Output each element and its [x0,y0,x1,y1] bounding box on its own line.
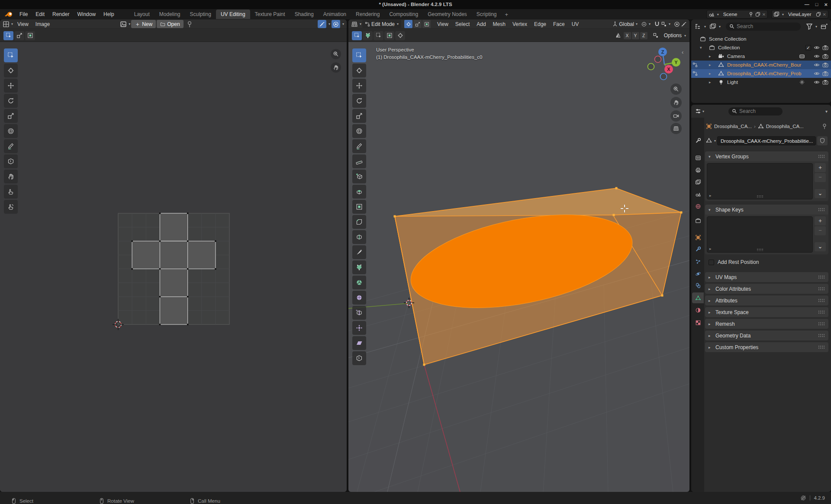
minimize-button[interactable]: — [805,0,809,9]
viewport-menu-vertex[interactable]: Vertex [509,19,531,29]
add-item-button[interactable]: ＋ [815,163,826,172]
tool-rip-region[interactable] [352,351,366,365]
tool-rotate[interactable] [352,94,366,108]
uv-select-mode-vertex[interactable] [3,31,13,40]
tool-tweak-select[interactable] [4,48,18,62]
expand-icon[interactable]: ▸ [709,287,713,291]
open-image-button[interactable]: Open [157,20,183,28]
hide-in-viewport-icon[interactable] [814,71,820,77]
outliner-row-camera[interactable]: ▸Camera [691,52,831,61]
expand-icon[interactable]: ▸ [709,80,711,84]
expand-icon[interactable]: ▸ [709,345,713,350]
properties-tab-modifiers[interactable] [692,244,704,254]
properties-tab-object[interactable] [692,232,704,243]
hide-in-viewport-icon[interactable] [814,45,820,51]
axis-neg-y[interactable] [648,64,654,70]
disable-in-render-icon[interactable] [822,53,828,59]
tool-measure[interactable] [352,154,366,168]
tool-move[interactable] [352,79,366,93]
workspace-tab-sculpting[interactable]: Sculpting [185,10,216,19]
panel-header-geometry-data[interactable]: ▸Geometry Data [705,331,828,340]
remove-item-button[interactable]: − [815,226,826,235]
tool-shear[interactable] [352,336,366,350]
drag-handle-icon[interactable] [818,310,825,314]
outliner-row-drosophila-caax-mcherry-prob[interactable]: ▸Drosophila_CAAX-mCherry_Prob [691,69,831,78]
mesh-name-field[interactable]: Drosophila_CAAX-mCherry_Probabilitie... [717,136,816,145]
expand-icon[interactable]: ▾ [709,208,713,212]
snap-options-icon[interactable] [653,32,659,39]
viewport-canvas[interactable]: User Perspective (1) Drosophila_CAAX-mCh… [348,42,689,492]
workspace-tab-rendering[interactable]: Rendering [351,10,384,19]
navigation-gizmo[interactable]: Z Y X [646,47,683,83]
drag-handle-icon[interactable] [818,345,825,349]
tool-scale[interactable] [352,109,366,123]
breadcrumb-object[interactable]: Drosophila_CA... [714,124,752,129]
properties-tab-collection[interactable] [692,215,704,226]
uv-pan-icon[interactable] [331,62,341,73]
add-item-button[interactable]: ＋ [815,216,826,225]
uv-canvas[interactable] [0,42,347,492]
workspace-tab-texture-paint[interactable]: Texture Paint [250,10,290,19]
properties-tab-render[interactable] [692,152,704,163]
editor-type-icon[interactable] [695,108,702,115]
close-button[interactable]: × [824,0,828,9]
tool-extrude-region[interactable] [352,185,366,199]
remove-view-layer-icon[interactable]: ✕ [823,12,826,17]
expand-icon[interactable]: ▾ [709,154,713,159]
properties-tab-data[interactable] [692,292,704,303]
uv-select-mode-face[interactable] [25,31,35,40]
menu-render[interactable]: Render [48,9,73,19]
tool-loop-cut[interactable] [352,230,366,244]
disable-in-render-icon[interactable] [822,79,828,85]
global-select-mode-3[interactable] [374,31,383,40]
new-view-layer-icon[interactable] [816,12,821,17]
properties-tab-tool[interactable] [692,135,704,146]
drag-handle-icon[interactable] [818,154,825,158]
properties-search[interactable]: Search [728,107,783,116]
viewport-menu-face[interactable]: Face [550,19,568,29]
select-mode-face-button[interactable] [422,20,431,28]
tool-relax[interactable] [4,185,18,199]
disable-in-render-icon[interactable] [822,45,828,51]
viewport-menu-add[interactable]: Add [473,19,489,29]
uv-menu-image[interactable]: Image [32,19,53,29]
camera-view-icon[interactable] [670,110,682,122]
transform-orientation-value[interactable]: Global [619,21,634,27]
properties-tab-output[interactable] [692,164,704,175]
add-rest-position-checkbox[interactable] [709,260,714,265]
list-expand-icon[interactable]: ▸ [709,193,712,198]
scene-selector[interactable]: ▾ Scene ✕ [706,10,768,19]
viewport-menu-uv[interactable]: UV [568,19,583,29]
outliner-search[interactable]: Search [726,22,801,31]
properties-tab-world[interactable] [692,201,704,212]
outliner-item-label[interactable]: Scene Collection [709,36,746,42]
pin-icon[interactable] [186,21,193,28]
workspace-tab-compositing[interactable]: Compositing [384,10,423,19]
image-browse-icon[interactable] [120,21,127,28]
tool-bevel[interactable] [352,215,366,229]
uv-select-mode-edge[interactable] [14,31,24,40]
outliner-row-drosophila-caax-mcherry-bour[interactable]: ▸Drosophila_CAAX-mCherry_Bour [691,61,831,69]
view-layer-selector[interactable]: ▾ ViewLayer ✕ [771,10,828,19]
mirror-axis-y[interactable]: Y [632,32,639,39]
expand-icon[interactable]: ▸ [709,334,713,338]
snap-with-icon[interactable] [661,21,667,27]
options-dropdown[interactable]: Options [664,32,682,39]
panel-header-vertex-groups[interactable]: ▾Vertex Groups [705,151,828,161]
add-workspace-button[interactable]: + [502,11,512,18]
drag-handle-icon[interactable] [818,275,825,279]
collection-checkbox[interactable]: ✓ [805,45,811,51]
outliner-item-label[interactable]: Drosophila_CAAX-mCherry_Prob [727,71,801,76]
hide-in-viewport-icon[interactable] [814,62,820,68]
snap-button[interactable] [332,20,340,28]
workspace-tab-uv-editing[interactable]: UV Editing [216,10,250,19]
drag-handle-icon[interactable] [818,208,825,212]
pin-icon[interactable] [821,123,828,129]
tool-grab[interactable] [4,170,18,183]
select-mode-edge-button[interactable] [413,20,422,28]
workspace-tab-shading[interactable]: Shading [290,10,319,19]
editor-type-icon[interactable] [3,21,10,28]
list-resize-handle[interactable] [757,195,763,198]
editor-type-icon[interactable] [351,21,358,28]
axis-neg-x[interactable] [655,56,661,63]
